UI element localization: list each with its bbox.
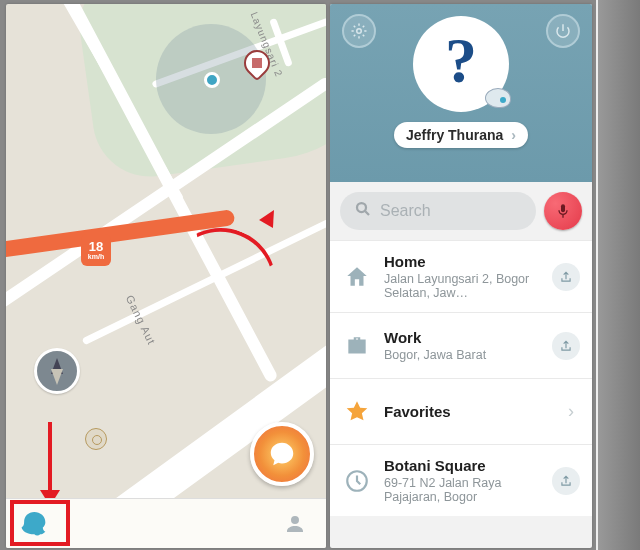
briefcase-icon bbox=[342, 333, 372, 359]
clock-icon bbox=[342, 468, 372, 494]
star-icon bbox=[342, 399, 372, 425]
speech-bubble-icon bbox=[267, 439, 297, 469]
friends-button[interactable] bbox=[264, 501, 326, 547]
settings-button[interactable] bbox=[342, 14, 376, 48]
speed-unit: km/h bbox=[88, 253, 104, 260]
wazer-icon[interactable] bbox=[85, 428, 107, 450]
home-icon bbox=[342, 264, 372, 290]
search-icon bbox=[354, 200, 372, 222]
wazer-baby-icon bbox=[485, 88, 511, 108]
chevron-right-icon: › bbox=[568, 401, 580, 422]
item-subtitle: 69-71 N2 Jalan Raya Pajajaran, Bogor bbox=[384, 476, 540, 504]
menu-item-recent[interactable]: Botani Square 69-71 N2 Jalan Raya Pajaja… bbox=[330, 444, 592, 516]
svg-point-0 bbox=[357, 29, 362, 34]
share-icon bbox=[559, 270, 573, 284]
share-button[interactable] bbox=[552, 467, 580, 495]
item-title: Favorites bbox=[384, 403, 556, 420]
item-title: Home bbox=[384, 253, 540, 270]
menu-item-home[interactable]: Home Jalan Layungsari 2, Bogor Selatan, … bbox=[330, 240, 592, 312]
speed-badge: 18 km/h bbox=[81, 234, 111, 266]
share-icon bbox=[559, 474, 573, 488]
share-button[interactable] bbox=[552, 263, 580, 291]
share-icon bbox=[559, 339, 573, 353]
user-avatar[interactable]: ? bbox=[413, 16, 509, 112]
user-name-label: Jeffry Thurana bbox=[406, 127, 503, 143]
menu-item-work[interactable]: Work Bogor, Jawa Barat bbox=[330, 312, 592, 378]
share-button[interactable] bbox=[552, 332, 580, 360]
search-placeholder: Search bbox=[380, 202, 431, 220]
person-icon bbox=[283, 512, 307, 536]
item-subtitle: Bogor, Jawa Barat bbox=[384, 348, 540, 362]
background-panel bbox=[596, 0, 640, 550]
mic-icon bbox=[555, 201, 571, 221]
report-button[interactable] bbox=[250, 422, 314, 486]
map-view[interactable]: Layungsari 2 Gang Aut 18 km/h bbox=[6, 4, 326, 548]
annotation-arrow-icon bbox=[48, 422, 52, 498]
menu-list: Home Jalan Layungsari 2, Bogor Selatan, … bbox=[330, 240, 592, 516]
power-icon bbox=[554, 22, 572, 40]
menu-header: ? Jeffry Thurana › bbox=[330, 4, 592, 182]
annotation-arrowhead-icon bbox=[259, 206, 281, 228]
voice-search-button[interactable] bbox=[544, 192, 582, 230]
user-name-button[interactable]: Jeffry Thurana › bbox=[394, 122, 528, 148]
chevron-right-icon: › bbox=[511, 127, 516, 143]
item-title: Botani Square bbox=[384, 457, 540, 474]
side-menu-panel: ? Jeffry Thurana › Search bbox=[330, 4, 592, 548]
search-input[interactable]: Search bbox=[340, 192, 536, 230]
search-row: Search bbox=[330, 182, 592, 240]
svg-point-1 bbox=[357, 203, 366, 212]
compass-button[interactable] bbox=[34, 348, 80, 394]
current-location-dot bbox=[204, 72, 220, 88]
svg-rect-2 bbox=[561, 204, 565, 212]
question-mark-icon: ? bbox=[445, 29, 477, 93]
annotation-highlight-box bbox=[10, 500, 70, 546]
item-title: Work bbox=[384, 329, 540, 346]
power-button[interactable] bbox=[546, 14, 580, 48]
speed-value: 18 bbox=[89, 241, 103, 253]
gear-icon bbox=[350, 22, 368, 40]
menu-item-favorites[interactable]: Favorites › bbox=[330, 378, 592, 444]
item-subtitle: Jalan Layungsari 2, Bogor Selatan, Jaw… bbox=[384, 272, 540, 300]
